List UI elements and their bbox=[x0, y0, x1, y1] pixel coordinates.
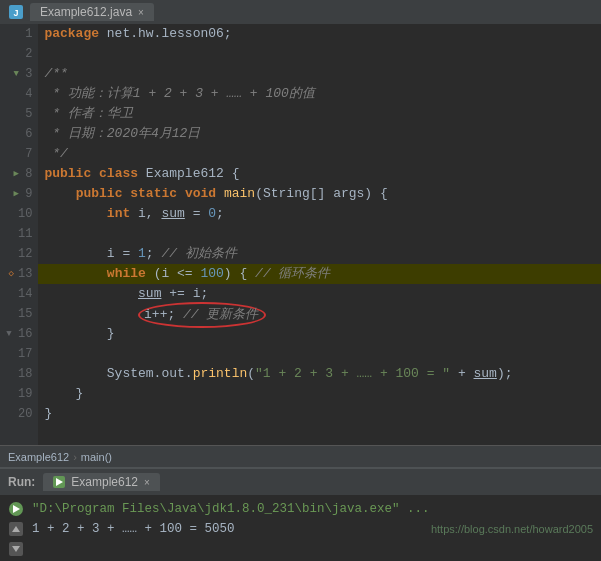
java-file-icon: J bbox=[8, 4, 24, 20]
code-line-2 bbox=[38, 44, 601, 64]
gutter-line-14: 14 bbox=[4, 284, 32, 304]
gutter-line-16: ▼ 16 bbox=[4, 324, 32, 344]
run-tab-name: Example612 bbox=[71, 475, 138, 489]
gutter-line-18: 18 bbox=[4, 364, 32, 384]
fold-arrow-9[interactable]: ▶ bbox=[11, 189, 21, 199]
breadcrumb-separator: › bbox=[73, 451, 77, 463]
gutter-line-20: 20 bbox=[4, 404, 32, 424]
code-line-12: i = 1; // 初始条件 bbox=[38, 244, 601, 264]
play-button[interactable] bbox=[8, 501, 24, 517]
gutter-line-9: ▶ 9 bbox=[4, 184, 32, 204]
svg-text:J: J bbox=[13, 8, 18, 18]
code-line-18: System.out.println("1 + 2 + 3 + …… + 100… bbox=[38, 364, 601, 384]
gutter-line-5: 5 bbox=[4, 104, 32, 124]
file-tab-label: Example612.java bbox=[40, 5, 132, 19]
run-tab-bar: Run: Example612 × bbox=[0, 469, 601, 495]
run-output-line-2: 1 + 2 + 3 + …… + 100 = 5050 https://blog… bbox=[32, 519, 593, 539]
csdn-watermark: https://blog.csdn.net/howard2005 bbox=[431, 519, 593, 539]
run-result-text: 1 + 2 + 3 + …… + 100 = 5050 bbox=[32, 519, 235, 539]
gutter-line-6: 6 bbox=[4, 124, 32, 144]
code-line-16: } bbox=[38, 324, 601, 344]
gutter-line-12: 12 bbox=[4, 244, 32, 264]
title-bar: J Example612.java × bbox=[0, 0, 601, 24]
gutter-line-1: 1 bbox=[4, 24, 32, 44]
fold-arrow-16[interactable]: ▼ bbox=[4, 329, 14, 339]
gutter-line-11: 11 bbox=[4, 224, 32, 244]
code-line-17 bbox=[38, 344, 601, 364]
gutter-line-3: ▼ 3 bbox=[4, 64, 32, 84]
code-line-9: public static void main(String[] args) { bbox=[38, 184, 601, 204]
run-tab[interactable]: Example612 × bbox=[43, 473, 160, 491]
code-line-4: * 功能：计算1 + 2 + 3 + …… + 100的值 bbox=[38, 84, 601, 104]
gutter-line-8: ▶ 8 bbox=[4, 164, 32, 184]
code-line-14: sum += i; bbox=[38, 284, 601, 304]
run-content-area: "D:\Program Files\Java\jdk1.8.0_231\bin\… bbox=[0, 495, 601, 561]
run-command-text: "D:\Program Files\Java\jdk1.8.0_231\bin\… bbox=[32, 499, 430, 519]
code-line-19: } bbox=[38, 384, 601, 404]
breadcrumb-method: main() bbox=[81, 451, 112, 463]
run-panel: Run: Example612 × bbox=[0, 467, 601, 561]
file-tab[interactable]: Example612.java × bbox=[30, 3, 154, 21]
code-line-6: * 日期：2020年4月12日 bbox=[38, 124, 601, 144]
run-close-button[interactable]: × bbox=[144, 477, 150, 488]
code-line-15: i++; // 更新条件 bbox=[38, 304, 601, 324]
run-icon bbox=[53, 476, 65, 488]
code-line-20: } bbox=[38, 404, 601, 424]
code-line-10: int i, sum = 0; bbox=[38, 204, 601, 224]
run-output: "D:\Program Files\Java\jdk1.8.0_231\bin\… bbox=[32, 499, 593, 557]
breadcrumb: Example612 › main() bbox=[0, 445, 601, 467]
run-controls bbox=[8, 499, 24, 557]
code-content: package net.hw.lesson06; /** * 功能：计算1 + … bbox=[38, 24, 601, 445]
gutter-line-10: 10 bbox=[4, 204, 32, 224]
code-line-8: public class Example612 { bbox=[38, 164, 601, 184]
gutter-line-4: 4 bbox=[4, 84, 32, 104]
code-line-7: */ bbox=[38, 144, 601, 164]
down-button[interactable] bbox=[8, 541, 24, 557]
breadcrumb-file: Example612 bbox=[8, 451, 69, 463]
gutter-line-17: 17 bbox=[4, 344, 32, 364]
run-output-line-1: "D:\Program Files\Java\jdk1.8.0_231\bin\… bbox=[32, 499, 593, 519]
up-button[interactable] bbox=[8, 521, 24, 537]
gutter-line-2: 2 bbox=[4, 44, 32, 64]
gutter-line-7: 7 bbox=[4, 144, 32, 164]
code-line-1: package net.hw.lesson06; bbox=[38, 24, 601, 44]
line-number-gutter: 1 2 ▼ 3 4 5 6 7 ▶ 8 ▶ 9 10 11 12 bbox=[0, 24, 38, 445]
fold-arrow-3[interactable]: ▼ bbox=[11, 69, 21, 79]
code-line-3: /** bbox=[38, 64, 601, 84]
code-line-13: while (i <= 100) { // 循环条件 bbox=[38, 264, 601, 284]
fold-arrow-8[interactable]: ▶ bbox=[11, 169, 21, 179]
code-line-5: * 作者：华卫 bbox=[38, 104, 601, 124]
close-tab-button[interactable]: × bbox=[138, 7, 144, 18]
gutter-line-19: 19 bbox=[4, 384, 32, 404]
code-line-11 bbox=[38, 224, 601, 244]
gutter-line-13: ◇ 13 bbox=[4, 264, 32, 284]
run-label: Run: bbox=[8, 475, 35, 489]
gutter-line-15: 15 bbox=[4, 304, 32, 324]
editor-area: 1 2 ▼ 3 4 5 6 7 ▶ 8 ▶ 9 10 11 12 bbox=[0, 24, 601, 445]
